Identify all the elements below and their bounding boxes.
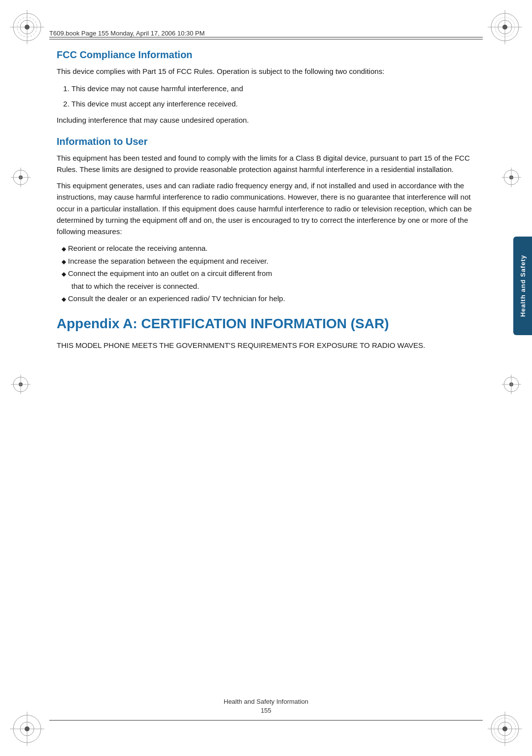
appendix-heading: Appendix A: CERTIFICATION INFORMATION (S… (57, 315, 475, 333)
content-area: FCC Compliance Information This device c… (57, 49, 475, 697)
info-para-1: This equipment has been tested and found… (57, 152, 475, 175)
svg-point-10 (502, 25, 507, 30)
corner-mark-bl (10, 712, 44, 746)
bullet-item-1: Reorient or relocate the receiving anten… (62, 242, 475, 255)
svg-point-4 (25, 25, 30, 30)
side-mark-left-mid (11, 375, 31, 394)
footer-label: Health and Safety Information (0, 698, 532, 705)
fcc-list-item-1: This device may not cause harmful interf… (71, 82, 475, 95)
fcc-intro: This device complies with Part 15 of FCC… (57, 66, 475, 77)
appendix-para: THIS MODEL PHONE MEETS THE GOVERNMENT'S … (57, 340, 475, 351)
info-bullet-list: Reorient or relocate the receiving anten… (62, 242, 475, 305)
fcc-note: Including interference that may cause un… (57, 114, 475, 126)
corner-mark-tr (488, 10, 522, 44)
svg-point-21 (502, 726, 507, 731)
fcc-heading: FCC Compliance Information (57, 49, 475, 61)
corner-mark-tl (10, 10, 44, 44)
footer: Health and Safety Information 155 (0, 698, 532, 714)
info-heading: Information to User (57, 136, 475, 147)
appendix-section: Appendix A: CERTIFICATION INFORMATION (S… (57, 315, 475, 351)
info-section: Information to User This equipment has b… (57, 136, 475, 305)
fcc-list-item-2: This device must accept any interference… (71, 97, 475, 110)
bullet-item-3: Connect the equipment into an outlet on … (62, 267, 475, 292)
hline-top (49, 37, 483, 37)
fcc-section: FCC Compliance Information This device c… (57, 49, 475, 126)
bullet-item-4: Consult the dealer or an experienced rad… (62, 292, 475, 305)
side-mark-right-top (501, 168, 521, 187)
fcc-numbered-list: This device may not cause harmful interf… (71, 82, 475, 110)
footer-page-number: 155 (0, 707, 532, 714)
svg-point-16 (25, 726, 30, 731)
sidebar-tab-label: Health and Safety (519, 255, 527, 317)
bullet-item-2: Increase the separation between the equi… (62, 255, 475, 268)
corner-mark-br (488, 712, 522, 746)
side-mark-right-mid (501, 375, 521, 394)
bullet-item-3-cont: that to which the receiver is connected. (71, 282, 199, 290)
hline-bottom (49, 720, 483, 721)
header-bar: T609.book Page 155 Monday, April 17, 200… (49, 30, 483, 39)
sidebar-tab: Health and Safety (513, 237, 532, 335)
info-para-2: This equipment generates, uses and can r… (57, 180, 475, 237)
page-container: T609.book Page 155 Monday, April 17, 200… (0, 0, 532, 756)
header-text: T609.book Page 155 Monday, April 17, 200… (49, 30, 205, 37)
side-mark-left-top (11, 168, 31, 187)
